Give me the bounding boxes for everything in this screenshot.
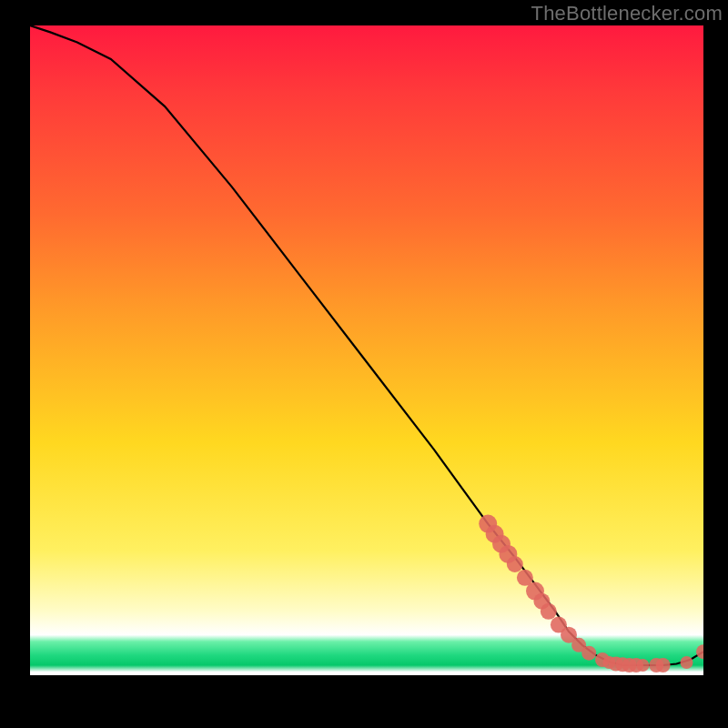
data-marker [507, 556, 523, 572]
chart-svg [30, 25, 703, 699]
data-marker [541, 603, 557, 620]
watermark-text: TheBottlenecker.com [531, 2, 723, 25]
data-marker [581, 646, 596, 661]
data-marker [636, 659, 649, 672]
data-marker [696, 644, 703, 659]
data-marker [681, 656, 693, 669]
plot-area [30, 25, 703, 699]
data-marker [656, 658, 671, 672]
chart-frame: TheBottlenecker.com [0, 0, 728, 728]
curve-line [30, 25, 703, 665]
marker-group [479, 515, 703, 672]
